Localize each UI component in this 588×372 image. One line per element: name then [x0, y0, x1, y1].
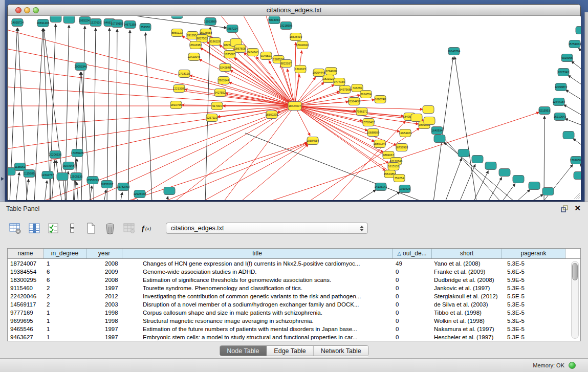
graph-node[interactable]: 12923448 — [134, 190, 146, 198]
table-cell[interactable]: 14569117 — [8, 300, 43, 309]
graph-node[interactable]: 1362615 — [295, 65, 306, 73]
table-cell[interactable]: 2008 — [86, 276, 122, 284]
graph-node[interactable]: 12213383 — [173, 85, 185, 93]
graph-node[interactable]: 17016504 — [570, 157, 581, 164]
table-cell[interactable]: 5.9E-5 — [502, 276, 565, 284]
graph-node[interactable]: 6497568 — [339, 86, 351, 94]
graph-node[interactable]: 20053346 — [75, 63, 87, 71]
table-row[interactable]: 969969511998Structural magnetic resonanc… — [8, 317, 572, 325]
table-cell[interactable]: 18724007 — [8, 259, 43, 268]
graph-node[interactable]: 14136141 — [375, 183, 387, 191]
select-columns-icon[interactable] — [27, 221, 41, 235]
graph-node[interactable]: 20364456 — [348, 98, 360, 105]
table-cell[interactable]: 2 — [43, 284, 86, 292]
table-cell[interactable]: Stergiakouli et al. (2012) — [432, 292, 502, 300]
close-panel-icon[interactable]: ✕ — [574, 204, 581, 213]
table-cell[interactable]: Wolkin et al. (1998) — [432, 317, 502, 325]
table-cell[interactable]: 2012 — [86, 292, 122, 300]
table-cell[interactable]: 0 — [393, 309, 432, 317]
table-cell[interactable]: 1997 — [86, 284, 122, 292]
graph-node[interactable]: 19904448 — [313, 69, 325, 77]
graph-node[interactable]: 14671358 — [124, 21, 136, 29]
graph-node[interactable] — [424, 117, 435, 125]
graph-node[interactable]: 2867608 — [234, 45, 246, 53]
graph-node[interactable]: 917004 — [211, 102, 223, 110]
graph-node[interactable]: 9777169 — [334, 78, 345, 86]
graph-node[interactable]: 19218506 — [280, 22, 292, 30]
network-canvas[interactable]: 1872400714055724206914061065324715276026… — [8, 16, 581, 200]
table-cell[interactable]: 0 — [393, 300, 432, 309]
graph-node[interactable] — [63, 16, 75, 24]
graph-node[interactable]: 1640934 — [431, 127, 443, 135]
table-cell[interactable]: 19384554 — [8, 268, 43, 276]
graph-node[interactable]: 18300295 — [266, 111, 278, 119]
graph-node[interactable]: 12093872 — [555, 83, 567, 91]
graph-node[interactable]: 12444154 — [553, 98, 565, 106]
table-cell[interactable]: 2003 — [86, 300, 122, 309]
table-cell[interactable]: 0 — [393, 317, 432, 325]
graph-node[interactable] — [411, 114, 422, 122]
tab-node-table[interactable]: Node Table — [220, 346, 266, 356]
table-cell[interactable]: 5.3E-5 — [502, 333, 565, 341]
table-select-dropdown[interactable]: citations_edges.txt — [166, 223, 368, 234]
window-titlebar[interactable]: citations_edges.txt — [8, 5, 580, 16]
graph-node[interactable]: 8822037 — [280, 60, 292, 68]
graph-node[interactable]: 19654923 — [399, 129, 411, 137]
table-scrollbar[interactable] — [571, 261, 579, 339]
graph-node[interactable]: 12505135 — [70, 173, 82, 181]
graph-node[interactable] — [542, 188, 554, 195]
table-cell[interactable]: 0 — [393, 292, 432, 300]
graph-node[interactable]: 16033809 — [204, 18, 216, 26]
zoom-button[interactable] — [33, 7, 39, 13]
graph-node[interactable]: 17957223 — [86, 177, 99, 184]
graph-node[interactable]: 16756928 — [396, 144, 408, 151]
graph-node[interactable]: 3624554 — [360, 91, 372, 98]
table-cell[interactable]: Investigating the contribution of common… — [122, 292, 393, 300]
table-cell[interactable]: 9463627 — [8, 333, 43, 341]
table-cell[interactable]: Changes of HCN gene expression and I(f) … — [122, 259, 393, 268]
graph-node[interactable] — [499, 169, 510, 177]
table-row[interactable]: 977716911998Corpus callosum shape and si… — [8, 309, 572, 317]
graph-node-hub[interactable]: 18724007 — [288, 102, 301, 111]
graph-node[interactable]: 752254 — [394, 174, 405, 182]
table-cell[interactable]: 1 — [43, 333, 86, 341]
table-cell[interactable]: 1998 — [86, 309, 122, 317]
minimize-button[interactable] — [24, 7, 30, 13]
graph-node[interactable]: 7857224 — [227, 25, 238, 33]
table-cell[interactable]: Tourette syndrome. Phenomenology and cla… — [122, 284, 393, 292]
table-row[interactable]: 946362711997Embryonic stem cells: a mode… — [8, 333, 572, 341]
table-cell[interactable]: 0 — [393, 325, 432, 333]
table-cell[interactable]: 9777169 — [8, 309, 43, 317]
graph-node[interactable]: 20206536 — [49, 151, 61, 159]
table-cell[interactable]: 9465546 — [8, 325, 43, 333]
table-cell[interactable]: 0 — [393, 284, 432, 292]
table-cell[interactable]: Jankovic et al. (1997) — [432, 284, 502, 292]
graph-node[interactable]: 16543382 — [189, 41, 202, 49]
new-table-icon[interactable] — [84, 221, 98, 235]
delete-table-icon[interactable] — [103, 221, 117, 235]
tab-edge-table[interactable]: Edge Table — [266, 346, 313, 356]
table-cell[interactable]: Genome-wide association studies in ADHD. — [122, 268, 393, 276]
citation-network-graph[interactable]: 1872400714055724206914061065324715276026… — [8, 16, 581, 200]
table-row[interactable]: 2242004622012Investigating the contribut… — [8, 292, 572, 300]
graph-node[interactable]: 8454743 — [247, 49, 258, 56]
table-cell[interactable]: 0 — [393, 276, 432, 284]
panel-collapse-handle[interactable] — [1, 177, 4, 181]
table-cell[interactable]: 9115460 — [8, 284, 43, 292]
column-checklist-icon[interactable] — [46, 221, 60, 235]
graph-node[interactable]: 16958107 — [101, 181, 113, 188]
graph-node[interactable]: 8186328 — [209, 38, 221, 46]
table-row[interactable]: 946554611997Estimation of the future num… — [8, 325, 572, 333]
table-cell[interactable]: 0 — [393, 333, 432, 341]
graph-node[interactable]: 7986372 — [356, 108, 367, 116]
graph-node[interactable]: 2803144 — [218, 77, 229, 84]
graph-node[interactable]: 15720407 — [362, 119, 375, 126]
graph-node[interactable]: 20691406 — [37, 19, 49, 27]
column-header-pagerank[interactable]: pagerank — [502, 249, 565, 258]
table-row[interactable]: 911546021997Tourette syndrome. Phenomeno… — [8, 284, 572, 292]
table-cell[interactable]: 5.3E-5 — [502, 300, 565, 309]
close-button[interactable] — [15, 7, 21, 13]
table-cell[interactable]: Embryonic stem cells: a model to study s… — [122, 333, 393, 341]
column-header-year[interactable]: year — [86, 249, 122, 258]
table-cell[interactable]: 22420046 — [8, 292, 43, 300]
